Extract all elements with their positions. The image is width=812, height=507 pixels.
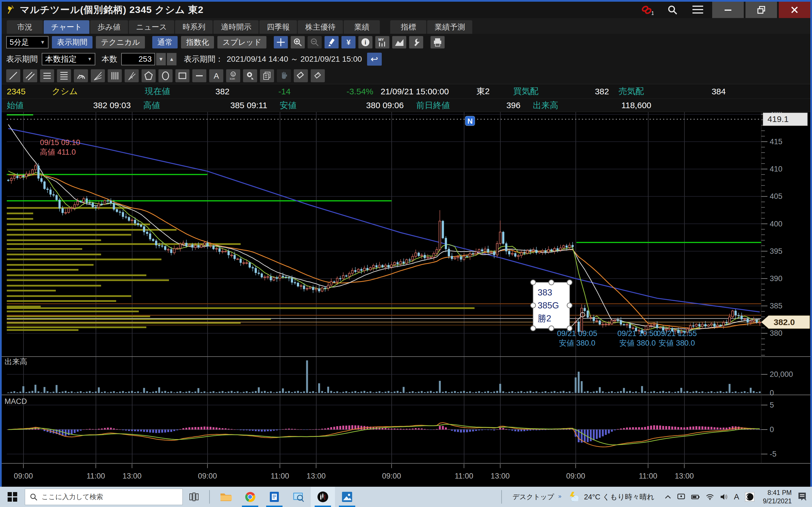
taskbar-snip-icon[interactable]: [287, 487, 311, 507]
pin-icon: [6, 5, 16, 15]
yen-button[interactable]: ¥: [342, 36, 356, 48]
tab-forecast[interactable]: 業績予測: [427, 20, 472, 34]
svg-text:13:00: 13:00: [122, 472, 142, 480]
open-label: 始値: [7, 100, 38, 111]
time-marker-tool[interactable]: [243, 69, 257, 82]
tab-earnings[interactable]: 業績: [344, 20, 380, 34]
weather-widget[interactable]: 24°C くもり時々晴れ: [568, 491, 654, 503]
spread-button[interactable]: スプレッド: [217, 36, 266, 48]
pitchfork-tool[interactable]: [124, 69, 139, 82]
count-mode-select[interactable]: 本数指定▼: [42, 53, 95, 65]
horizontal-segment-tool[interactable]: [192, 69, 206, 82]
svg-text:A: A: [317, 72, 319, 76]
period-bar: 表示期間 本数指定▼ 本数 253 ▼ ▲ 表示期間： 2021/09/14 1…: [2, 51, 810, 68]
normal-button[interactable]: 通常: [152, 36, 177, 48]
tab-news[interactable]: ニュース: [129, 20, 174, 34]
start-button[interactable]: [0, 487, 25, 507]
count-up-button[interactable]: ▲: [167, 53, 176, 65]
restore-button[interactable]: [746, 2, 777, 18]
desktop-toolbar[interactable]: デスクトップ »: [506, 492, 561, 501]
technical-button[interactable]: テクニカル: [96, 36, 145, 48]
tab-disclosure[interactable]: 適時開示: [213, 20, 259, 34]
taskbar-search-input[interactable]: ここに入力して検索: [25, 489, 183, 505]
text-tool[interactable]: A: [209, 69, 223, 82]
rectangle-tool[interactable]: [175, 69, 190, 82]
tab-timeseries[interactable]: 時系列: [175, 20, 213, 34]
count-input[interactable]: 253: [121, 53, 155, 65]
minimize-button[interactable]: [712, 2, 744, 18]
svg-text:09/15 09:10: 09/15 09:10: [40, 138, 80, 147]
trend-line-tool[interactable]: [6, 69, 20, 82]
indexed-button[interactable]: 指数化: [181, 36, 214, 48]
parallel-line-tool[interactable]: [23, 69, 37, 82]
bid-price: 382: [553, 87, 609, 96]
title-bar[interactable]: マルチツール(個別銘柄) 2345 クシム 東2 1: [2, 2, 810, 18]
ime-mode-indicator[interactable]: A: [734, 492, 739, 501]
high-label: 高値: [143, 100, 174, 111]
eraser-tool[interactable]: [294, 69, 308, 82]
wrench-icon[interactable]: [409, 36, 423, 48]
price-chart[interactable]: 38038539039540040541041542020,000050-509…: [0, 112, 812, 487]
display-icon[interactable]: [677, 493, 686, 501]
menu-icon[interactable]: [685, 2, 711, 18]
display-period-button[interactable]: 表示期間: [52, 36, 93, 48]
tab-chart[interactable]: チャート: [44, 20, 89, 34]
svg-text:09:00: 09:00: [198, 472, 217, 480]
crosshair-button[interactable]: [274, 36, 288, 48]
print-icon[interactable]: [430, 36, 445, 48]
svg-text:09/21 10:50: 09/21 10:50: [617, 329, 658, 338]
timeframe-select[interactable]: 5分足▼: [6, 36, 49, 48]
fibonacci-arc-tool[interactable]: [74, 69, 88, 82]
taskbar-explorer-icon[interactable]: [214, 487, 238, 507]
svg-text:415: 415: [770, 137, 782, 146]
info-icon[interactable]: i: [358, 36, 372, 48]
zoom-in-icon[interactable]: [291, 36, 305, 48]
chevron-down-icon: ▼: [40, 40, 45, 45]
svg-text:出来高: 出来高: [4, 357, 28, 366]
tab-market[interactable]: 市況: [7, 20, 43, 34]
price-change-pct: -3.54%: [314, 87, 373, 96]
icon-stamp-tool[interactable]: icon: [226, 69, 240, 82]
count-down-button[interactable]: ▼: [156, 53, 166, 65]
battery-icon[interactable]: [691, 494, 700, 500]
horizontal-lines3-tool[interactable]: [40, 69, 54, 82]
tab-indicators[interactable]: 指標: [390, 20, 426, 34]
windows-taskbar: ここに入力して検索: [0, 487, 812, 507]
volume-icon[interactable]: [720, 493, 728, 501]
close-button[interactable]: [779, 2, 810, 18]
pentagon-tool[interactable]: [142, 69, 156, 82]
area-chart-icon[interactable]: [392, 36, 406, 48]
ime-icon[interactable]: [745, 492, 755, 502]
eraser-all-tool[interactable]: A: [311, 69, 325, 82]
copy-objects-tool[interactable]: [260, 69, 274, 82]
svg-text:09/21 09:05: 09/21 09:05: [557, 329, 598, 338]
market-name: 東2: [476, 86, 513, 97]
taskbar-photos-icon[interactable]: [335, 487, 359, 507]
taskbar-mail-icon[interactable]: [262, 487, 287, 507]
svg-text:13:00: 13:00: [306, 472, 326, 480]
vertical-lines-tool[interactable]: [108, 69, 122, 82]
reset-period-button[interactable]: ↩: [367, 53, 382, 66]
low-label: 安値: [280, 100, 311, 111]
hand-tool[interactable]: [277, 69, 291, 82]
fan-lines-tool[interactable]: [91, 69, 105, 82]
task-view-button[interactable]: [183, 487, 205, 507]
wifi-icon[interactable]: [706, 494, 714, 500]
quote-row: 2345 クシム 現在値 382 -14 -3.54% 21/09/21 15:…: [2, 84, 810, 99]
tab-shikiho[interactable]: 四季報: [259, 20, 297, 34]
tray-expand-icon[interactable]: [665, 495, 671, 499]
my-chart-icon[interactable]: MY: [375, 36, 389, 48]
notification-center-icon[interactable]: [797, 492, 807, 502]
tab-benefits[interactable]: 株主優待: [298, 20, 343, 34]
search-icon[interactable]: [660, 2, 685, 18]
zoom-out-icon[interactable]: [308, 36, 322, 48]
ellipse-tool[interactable]: [158, 69, 172, 82]
link-icon[interactable]: 1: [635, 2, 660, 18]
stock-name: クシム: [52, 86, 145, 97]
tab-ticks[interactable]: 歩み値: [90, 20, 128, 34]
horizontal-lines4-tool[interactable]: [57, 69, 71, 82]
taskbar-chrome-icon[interactable]: [238, 487, 262, 507]
taskbar-trading-app-icon[interactable]: [311, 487, 335, 507]
pencil-icon[interactable]: [324, 36, 339, 48]
taskbar-clock[interactable]: 8:41 PM 9/21/2021: [763, 489, 792, 505]
